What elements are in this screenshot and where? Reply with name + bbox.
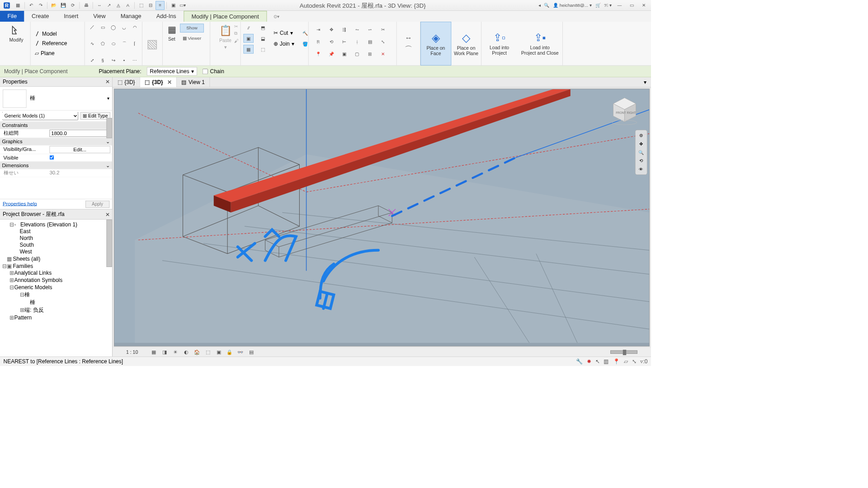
select-underlay-icon[interactable]: ▥ xyxy=(604,358,609,365)
crop-icon[interactable]: ⬚ xyxy=(204,349,212,356)
sync-icon[interactable]: ⟳ xyxy=(69,1,78,10)
visual-style-icon[interactable]: ◨ xyxy=(161,349,169,356)
rect-icon[interactable]: ▭ xyxy=(98,23,108,31)
ribbon-expand-icon[interactable]: ⊙▾ xyxy=(274,11,280,22)
maximize-icon[interactable]: ▭ xyxy=(627,1,637,10)
properties-filter-select[interactable]: Generic Models (1) xyxy=(2,112,79,120)
undo-icon[interactable]: ↶ xyxy=(27,1,36,10)
view-scale[interactable]: 1 : 10 xyxy=(126,349,146,355)
tab-manage[interactable]: Manage xyxy=(113,11,149,22)
reference-plane-button[interactable]: ▱Plane xyxy=(33,49,82,57)
place-on-face-button[interactable]: ◈ Place on Face xyxy=(420,22,451,66)
qat-home-icon[interactable]: ▦ xyxy=(14,1,23,10)
orbit-icon[interactable]: ⟲ xyxy=(639,158,643,163)
split2-icon[interactable]: ⟊ xyxy=(352,38,363,47)
tree-west[interactable]: West xyxy=(0,249,112,255)
parc-icon[interactable]: ⌒ xyxy=(119,39,129,47)
view-tab-3d-2[interactable]: ⬚{3D}✕ xyxy=(140,77,177,87)
set-workplane-button[interactable]: ▦Set xyxy=(165,23,178,43)
tree-analytical[interactable]: ⊞Analytical Links xyxy=(0,269,112,277)
notch-icon[interactable]: ⬒ xyxy=(258,23,268,32)
rotate-icon[interactable]: ⟲ xyxy=(326,38,337,47)
pillar-value-input[interactable] xyxy=(50,130,110,137)
activate-icon[interactable]: ▣ xyxy=(244,34,254,43)
load-into-project-button[interactable]: ⇪▫ Load into Project xyxy=(481,22,517,66)
scale-icon[interactable]: ⤡ xyxy=(378,38,388,47)
match-icon[interactable]: 🖌 xyxy=(234,38,239,43)
apply-button[interactable]: Apply xyxy=(85,201,110,208)
type-dropdown-icon[interactable]: ▾ xyxy=(107,96,109,101)
tree-north[interactable]: North xyxy=(0,235,112,242)
print-icon[interactable]: 🖶 xyxy=(82,1,91,10)
crop-visible-icon[interactable]: ▣ xyxy=(215,349,223,356)
view-tabs-overflow-icon[interactable]: ▾ xyxy=(639,77,651,87)
view-slider[interactable] xyxy=(610,351,637,354)
place-on-workplane-button[interactable]: ◇ Place on Work Plane xyxy=(451,22,481,66)
circle-icon[interactable]: ◯ xyxy=(109,23,118,31)
measure-icon[interactable]: ↔ xyxy=(95,1,104,10)
visibility-edit-button[interactable]: Edit... xyxy=(50,146,110,153)
graphics-group[interactable]: Graphics⌄ xyxy=(0,138,112,145)
tangent-icon[interactable]: ↪ xyxy=(109,56,118,64)
tree-gm-child1[interactable]: ⊟棰 xyxy=(0,291,112,299)
fillet-icon[interactable]: ⌈ xyxy=(130,39,140,47)
user-account[interactable]: 👤heichan88@...▾ xyxy=(553,3,592,8)
ellipse-icon[interactable]: ⬭ xyxy=(109,39,118,47)
view-tab-view1[interactable]: ▤View 1 xyxy=(177,77,210,87)
tree-generic-models[interactable]: ⊟Generic Models xyxy=(0,284,112,291)
polygon-icon[interactable]: ⬠ xyxy=(98,39,108,47)
visible-checkbox[interactable] xyxy=(50,155,54,160)
unpin-icon[interactable]: 📌 xyxy=(326,50,337,59)
filter-icon[interactable]: ▿:0 xyxy=(640,358,647,365)
more-icon[interactable]: ⋯ xyxy=(130,56,140,64)
offset-icon[interactable]: ⇶ xyxy=(339,25,349,34)
tab-view[interactable]: View xyxy=(86,11,113,22)
tree-pattern[interactable]: ⊞Pattern xyxy=(0,314,112,321)
tab-close-icon[interactable]: ✕ xyxy=(167,79,172,85)
activate2-icon[interactable]: ▦ xyxy=(244,45,254,54)
view-tab-3d-1[interactable]: ⬚{3D} xyxy=(113,77,140,87)
arc2-icon[interactable]: ◠ xyxy=(130,23,140,31)
tree-sheets[interactable]: ▦Sheets (all) xyxy=(0,255,112,263)
select-pinned-icon[interactable]: 📍 xyxy=(613,358,620,365)
tab-addins[interactable]: Add-Ins xyxy=(149,11,184,22)
reference-line-button[interactable]: 〳Reference xyxy=(33,40,82,47)
infocenter-left-icon[interactable]: ◂ xyxy=(538,3,541,8)
workset-icon[interactable]: 🔧 xyxy=(576,358,583,365)
tree-east[interactable]: East xyxy=(0,228,112,235)
tree-families[interactable]: ⊟▣Families xyxy=(0,263,112,270)
text-icon[interactable]: A xyxy=(123,1,132,10)
save-icon[interactable]: 💾 xyxy=(59,1,68,10)
tree-gm-child2[interactable]: 棰 xyxy=(0,299,112,306)
placement-plane-select[interactable]: Reference Lines▾ xyxy=(147,67,197,76)
modify-button[interactable]: Modify xyxy=(3,23,30,44)
mirror-axis-icon[interactable]: ⥊ xyxy=(352,25,363,34)
group-icon[interactable]: ▣ xyxy=(339,50,349,59)
file-tab[interactable]: File xyxy=(0,11,24,22)
copy-icon[interactable]: ⎘ xyxy=(313,38,324,47)
temp-hide-icon[interactable]: 👓 xyxy=(237,349,245,356)
view-cube[interactable]: FRONT RIGHT xyxy=(610,96,639,125)
pick-icon[interactable]: ⤢ xyxy=(88,56,97,64)
cut-geometry-button[interactable]: ✂Cut ▾ xyxy=(272,29,296,37)
rendering-icon[interactable]: 🏠 xyxy=(193,349,201,356)
show-workplane-button[interactable]: Show xyxy=(180,23,204,33)
notch2-icon[interactable]: ⬓ xyxy=(258,34,268,43)
pin-icon[interactable]: 📍 xyxy=(313,50,324,59)
select-links-icon[interactable]: ↖ xyxy=(595,358,600,365)
align-icon[interactable]: ⇥ xyxy=(313,25,324,34)
copy-clip-icon[interactable]: ⧉ xyxy=(234,31,239,36)
browser-scrollbar[interactable] xyxy=(107,220,112,267)
section-icon[interactable]: ⊟ xyxy=(146,1,155,10)
type-name[interactable]: 棰 xyxy=(30,95,104,102)
switch-win-icon[interactable]: ▭▾ xyxy=(179,1,188,10)
line-icon[interactable]: ／ xyxy=(88,23,97,31)
sunpath-icon[interactable]: ☀ xyxy=(172,349,179,356)
shadows-icon[interactable]: ◐ xyxy=(183,349,190,356)
trim-ext-icon[interactable]: ⊢ xyxy=(339,38,349,47)
array-icon[interactable]: ▤ xyxy=(365,38,375,47)
detail-line-icon[interactable]: ⌒ xyxy=(403,45,414,54)
point-icon[interactable]: • xyxy=(119,56,129,64)
view3d-icon[interactable]: ⬚ xyxy=(137,1,146,10)
constraints-group[interactable]: Constraints⌄ xyxy=(0,122,112,129)
